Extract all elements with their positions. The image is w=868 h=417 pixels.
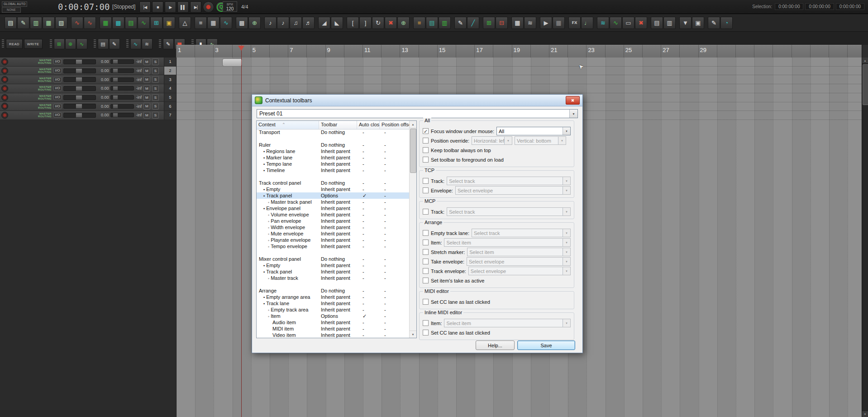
record-arm-button[interactable]: [1, 67, 8, 74]
dialog-titlebar[interactable]: Contextual toolbars ✖: [252, 95, 582, 106]
clear-selection-icon[interactable]: ✖: [385, 17, 397, 29]
io-button[interactable]: I/O: [53, 95, 62, 100]
volume-fader[interactable]: [63, 86, 96, 91]
item-glue-icon[interactable]: ▧: [55, 17, 67, 29]
selection-value[interactable]: 0:00:00:00: [775, 3, 803, 10]
zoom-in-icon[interactable]: ⊕: [248, 17, 261, 29]
region-manager-icon[interactable]: ▦: [511, 17, 524, 29]
pan-fader[interactable]: [110, 59, 134, 64]
fader-thumb[interactable]: [76, 68, 82, 73]
tag-window-icon[interactable]: ▥: [663, 17, 676, 29]
loop-points-icon[interactable]: ∿: [71, 17, 83, 29]
bpm-box[interactable]: BPM 120: [223, 1, 237, 12]
track-number[interactable]: 7: [164, 111, 176, 120]
checkbox[interactable]: [423, 299, 429, 305]
checkbox[interactable]: [423, 278, 429, 283]
record-arm-button[interactable]: [1, 103, 8, 110]
pan-thumb[interactable]: [113, 95, 118, 100]
table-row[interactable]: •Tempo laneInherit parent--: [257, 161, 410, 167]
go-to-end-button[interactable]: ▶|: [190, 1, 201, 13]
table-row[interactable]: •Regions laneInherit parent--: [257, 148, 410, 154]
paint-tool-icon[interactable]: ✎: [163, 38, 174, 49]
stop-button[interactable]: ■: [152, 1, 163, 13]
pan-fader[interactable]: [110, 113, 134, 117]
record-button[interactable]: [203, 1, 214, 13]
pan-thumb[interactable]: [113, 104, 118, 109]
table-row[interactable]: ◦Tempo envelopeInherit parent--: [257, 243, 410, 249]
mute-button[interactable]: M: [143, 58, 150, 65]
save-button[interactable]: Save: [517, 340, 575, 350]
marker-drop-icon[interactable]: ▼: [679, 17, 692, 29]
record-arm-button[interactable]: [1, 58, 8, 65]
io-button[interactable]: I/O: [53, 68, 62, 73]
peaks-display-icon[interactable]: ∿: [610, 17, 622, 29]
mute-button[interactable]: M: [143, 85, 150, 92]
checkbox[interactable]: [423, 240, 429, 245]
track-meter-icon[interactable]: ▥: [439, 17, 451, 29]
pause-button[interactable]: ▌▌: [177, 1, 189, 13]
table-row[interactable]: •Track laneInherit parent--: [257, 300, 410, 307]
timeline-ruler[interactable]: 1357911131517192123252729: [176, 45, 862, 58]
remove-routing-icon[interactable]: ⊟: [496, 17, 508, 29]
solo-button[interactable]: S: [152, 103, 159, 110]
record-arm-button[interactable]: [1, 112, 8, 119]
fader-thumb[interactable]: [76, 95, 82, 100]
volume-fader[interactable]: [63, 95, 96, 100]
zoom-selection-icon[interactable]: ⊕: [397, 17, 410, 29]
column-header-autoclose[interactable]: Auto close: [357, 121, 380, 129]
table-row[interactable]: ArrangeDo nothing--: [257, 288, 410, 294]
track-number[interactable]: 1: [164, 58, 176, 66]
play-cursor-marker[interactable]: [238, 46, 244, 51]
selection-value[interactable]: 0:00:00:00: [805, 3, 834, 10]
preset-dropdown[interactable]: Preset 01 ▼: [257, 109, 578, 118]
checkbox[interactable]: [423, 138, 429, 144]
item-copy-icon[interactable]: ▥: [30, 17, 42, 29]
fx-chain-icon[interactable]: FX: [568, 17, 581, 29]
fade-out-icon[interactable]: ◣: [331, 17, 343, 29]
track-number[interactable]: 4: [164, 84, 176, 93]
master-meter-icon[interactable]: ≋: [597, 17, 609, 29]
table-row[interactable]: •EmptyInherit parent--: [257, 186, 410, 192]
pan-thumb[interactable]: [113, 86, 118, 91]
io-button[interactable]: I/O: [53, 112, 62, 118]
crossfade-loop-icon[interactable]: ∿: [84, 17, 96, 29]
io-button[interactable]: I/O: [53, 104, 62, 109]
column-header-toolbar[interactable]: Toolbar: [319, 121, 357, 129]
global-auto-mode[interactable]: NONE: [2, 7, 21, 13]
pan-fader[interactable]: [110, 104, 134, 109]
dropdown[interactable]: Select envelope▼: [467, 257, 571, 266]
fader-thumb[interactable]: [76, 77, 82, 82]
pan-fader[interactable]: [110, 77, 134, 82]
envelope-toggle-icon[interactable]: ∿: [138, 17, 150, 29]
track-routing-icon[interactable]: ⊞: [54, 38, 65, 49]
checkbox[interactable]: [423, 259, 429, 264]
toolbar-grip[interactable]: [50, 39, 52, 48]
grid-lines-icon[interactable]: ≡: [195, 17, 207, 29]
record-arm-button[interactable]: [1, 85, 8, 92]
volume-fader[interactable]: [63, 104, 96, 109]
table-row[interactable]: Video itemInherit parent--: [257, 332, 410, 338]
insert-track-icon[interactable]: ▤: [98, 38, 109, 49]
track-number[interactable]: 2: [164, 67, 176, 75]
table-row[interactable]: •Envelope panelInherit parent--: [257, 205, 410, 211]
track-io-icon[interactable]: ⊕: [65, 38, 76, 49]
table-scrollbar[interactable]: ▲ ▼: [409, 121, 416, 338]
column-header-offset[interactable]: Position offset: [380, 121, 410, 129]
checkbox[interactable]: [423, 320, 429, 326]
screenset-icon[interactable]: ▣: [692, 17, 704, 29]
table-row[interactable]: ◦ItemOptions✓-: [257, 313, 410, 319]
checkbox[interactable]: ✓: [423, 128, 429, 134]
checkbox[interactable]: [423, 157, 429, 163]
table-row[interactable]: •Empty arrange areaInherit parent--: [257, 294, 410, 300]
dropdown[interactable]: Vertical: bottom▼: [515, 136, 566, 145]
checkbox[interactable]: [423, 330, 429, 336]
table-row[interactable]: •Track panelOptions✓-: [257, 192, 410, 199]
pencil-tool-icon[interactable]: ✎: [454, 17, 467, 29]
solo-button[interactable]: S: [152, 58, 159, 65]
help-button[interactable]: Help...: [476, 340, 515, 350]
toolbar-grip[interactable]: [159, 39, 161, 48]
lock-toggle-icon[interactable]: ▣: [163, 17, 175, 29]
checkbox[interactable]: [423, 187, 429, 193]
checkbox[interactable]: [423, 209, 429, 215]
fader-thumb[interactable]: [76, 113, 82, 118]
